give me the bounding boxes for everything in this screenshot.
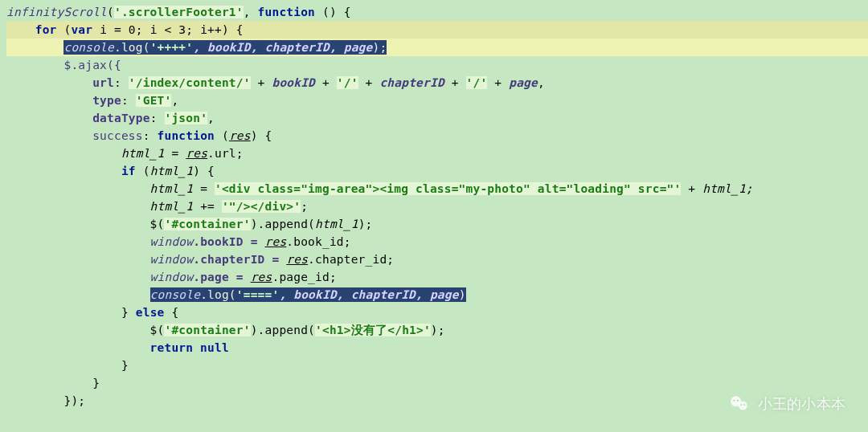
highlighted-console-log: console.log('====', bookID, chapterID, p… <box>150 287 466 302</box>
code-line: } <box>6 359 129 372</box>
code-line: $('#container').append('<h1>没有了</h1>'); <box>6 324 445 336</box>
code-line: infinityScroll('.scrollerFooter1', funct… <box>6 6 351 18</box>
watermark-text: 小王的小本本 <box>758 394 845 414</box>
code-line: return null <box>6 341 229 354</box>
svg-point-3 <box>737 400 739 401</box>
code-line: $.ajax({ <box>6 59 121 71</box>
code-line: console.log('====', bookID, chapterID, p… <box>6 287 466 302</box>
code-line: dataType: 'json', <box>6 112 215 124</box>
code-line: }); <box>6 394 85 407</box>
code-line: url: '/index/content/' + bookID + '/' + … <box>6 76 545 89</box>
fn-infinityScroll: infinityScroll <box>6 6 107 18</box>
code-editor[interactable]: infinityScroll('.scrollerFooter1', funct… <box>0 0 868 432</box>
code-line: window.chapterID = res.chapter_id; <box>6 253 394 266</box>
code-line: html_1 += '"/></div>'; <box>6 200 308 213</box>
svg-point-5 <box>743 404 745 406</box>
svg-point-2 <box>733 400 735 401</box>
code-line: window.bookID = res.book_id; <box>6 235 351 248</box>
watermark: 小王的小本本 <box>729 393 845 414</box>
code-line: html_1 = res.url; <box>6 147 244 160</box>
code-line: $('#container').append(html_1); <box>6 218 373 230</box>
code-line: html_1 = '<div class="img-area"><img cla… <box>6 182 753 195</box>
svg-point-4 <box>740 404 742 406</box>
code-line: for (var i = 0; i < 3; i++) { <box>6 21 868 39</box>
code-line: } else { <box>6 306 178 319</box>
code-line: if (html_1) { <box>6 165 215 177</box>
highlighted-console-log: console.log('++++', bookID, chapterID, p… <box>63 40 387 55</box>
code-line: console.log('++++', bookID, chapterID, p… <box>6 39 868 56</box>
code-line: } <box>6 377 100 389</box>
code-line: window.page = res.page_id; <box>6 271 337 283</box>
wechat-icon <box>729 393 750 414</box>
code-line: type: 'GET', <box>6 94 178 107</box>
svg-point-1 <box>739 401 747 410</box>
code-line: success: function (res) { <box>6 129 272 142</box>
